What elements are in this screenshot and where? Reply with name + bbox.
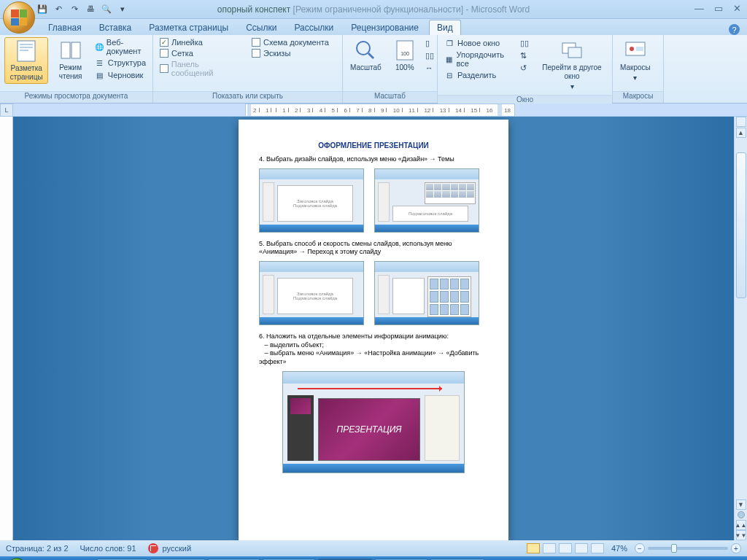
tab-view[interactable]: Вид [429,20,461,35]
view-outline-icon[interactable] [575,543,588,553]
magnifier-icon [354,39,377,62]
one-page-icon[interactable]: ▯ [425,39,434,48]
macros-icon [624,39,647,62]
svg-rect-8 [397,41,413,60]
switch-window-icon [560,39,584,62]
check-ruler[interactable]: ✓Линейка [158,37,244,47]
check-thumbs[interactable]: Эскизы [249,48,331,58]
quick-access-toolbar: 💾 ↶ ↷ 🖶 🔍 ▾ [36,3,128,15]
start-button[interactable] [3,556,31,560]
two-page-icon[interactable]: ▯▯ [425,51,434,61]
svg-line-7 [368,53,374,58]
ribbon-tabs: Главная Вставка Разметка страницы Ссылки… [0,19,747,35]
redo-icon[interactable]: ↷ [69,3,80,15]
preview-icon[interactable]: 🔍 [101,3,112,15]
globe-icon: 🌐 [95,42,104,52]
arrange-icon: ▦ [444,54,454,64]
document-page[interactable]: ОФОРМЛЕНИЕ ПРЕЗЕНТАЦИИ 4. Выбрать дизайн… [239,120,508,540]
zoom-out-icon[interactable]: − [635,543,645,553]
status-lang[interactable]: русский [148,543,191,553]
doc-step-6: 6. Наложить на отдельные элементы информ… [259,332,488,367]
split-window[interactable]: ⊟Разделить [442,69,514,81]
reset-pos-icon[interactable]: ↺ [520,63,530,73]
doc-step-5: 5. Выбрать способ и скорость смены слайд… [259,240,488,257]
view-print-layout[interactable]: Разметка страницы [4,37,48,84]
macros-button[interactable]: Макросы▾ [617,37,654,84]
view-web[interactable]: 🌐Веб-документ [93,37,148,56]
qat-more-icon[interactable]: ▾ [117,3,128,15]
save-icon[interactable]: 💾 [36,3,48,15]
view-draft[interactable]: ▤Черновик [93,69,148,81]
split-icon: ⊟ [444,70,454,80]
tab-review[interactable]: Рецензирование [344,20,426,35]
svg-text:100: 100 [400,51,409,56]
close-icon[interactable]: ✕ [733,3,741,14]
document-area: ОФОРМЛЕНИЕ ПРЕЗЕНТАЦИИ 4. Выбрать дизайн… [0,117,747,540]
svg-rect-11 [568,47,581,58]
scroll-thumb[interactable] [736,152,746,298]
checkbox-icon [252,38,260,47]
page-width-icon[interactable]: ↔ [425,63,434,72]
check-docmap[interactable]: Схема документа [249,37,331,47]
zoom-button[interactable]: Масштаб [347,37,384,74]
tab-home[interactable]: Главная [41,20,89,35]
browse-object-icon[interactable] [738,511,745,518]
proofing-icon [148,543,158,553]
status-words[interactable]: Число слов: 91 [80,544,136,553]
svg-point-13 [630,47,634,51]
prev-page-icon[interactable]: ▲▲ [736,520,746,530]
screenshot-thumb: Заголовок слайдаПодзаголовок слайда [259,168,364,233]
view-reading[interactable]: Режим чтения [54,37,86,82]
side-by-side-icon[interactable]: ▯▯ [520,39,530,48]
tab-insert[interactable]: Вставка [92,20,139,35]
scroll-up-icon[interactable]: ▲ [736,128,746,138]
ruler-corner[interactable]: L [0,104,13,117]
view-read-icon[interactable] [543,543,556,553]
svg-rect-2 [20,47,33,48]
tab-layout[interactable]: Разметка страницы [142,20,236,35]
checkbox-icon [160,64,169,73]
group-views-label: Режимы просмотра документа [0,91,152,103]
checkbox-checked-icon: ✓ [160,38,169,47]
screenshot-thumb [374,261,479,325]
view-draft-icon[interactable] [591,543,604,553]
new-window-icon: ❐ [444,38,454,48]
office-button[interactable] [3,1,35,34]
outline-icon: ☰ [95,58,105,68]
ruler-bar: L 21 12345678910111213141516 18 [0,104,747,117]
view-web-icon[interactable] [559,543,572,553]
vertical-ruler[interactable] [0,117,13,540]
doc-heading: ОФОРМЛЕНИЕ ПРЕЗЕНТАЦИИ [259,141,488,149]
switch-windows[interactable]: Перейти в другое окно▾ [536,37,608,93]
next-page-icon[interactable]: ▼▼ [736,530,746,540]
zoom-100-button[interactable]: 100 100% [390,37,419,74]
maximize-icon[interactable]: ▭ [714,3,723,14]
taskbar: 🔊 💬 📁 » на ко...Презе...Прим...откр.у...… [0,556,747,560]
sync-scroll-icon[interactable]: ⇅ [520,51,530,61]
group-show-label: Показать или скрыть [153,91,342,103]
arrange-all[interactable]: ▦Упорядочить все [442,50,514,69]
minimize-icon[interactable]: — [694,3,704,14]
check-grid[interactable]: Сетка [158,48,244,58]
checkbox-icon [160,49,169,58]
print-icon[interactable]: 🖶 [85,3,96,15]
new-window[interactable]: ❐Новое окно [442,37,514,49]
status-page[interactable]: Страница: 2 из 2 [6,544,69,553]
svg-rect-5 [71,42,80,58]
page-100-icon: 100 [393,39,417,62]
horizontal-ruler[interactable]: 21 12345678910111213141516 18 [245,104,515,117]
view-print-icon[interactable] [527,543,540,553]
zoom-level[interactable]: 47% [611,544,627,553]
zoom-in-icon[interactable]: + [731,543,741,553]
tab-mailings[interactable]: Рассылки [287,20,341,35]
help-icon[interactable]: ? [729,24,740,35]
vertical-scrollbar[interactable]: ▲ ▼ ▲▲ ▼▼ [734,117,747,540]
scroll-down-icon[interactable]: ▼ [736,499,746,510]
undo-icon[interactable]: ↶ [53,3,64,15]
view-outline[interactable]: ☰Структура [93,57,148,69]
doc-step-4: 4. Выбрать дизайн слайдов, используя мен… [259,155,488,164]
zoom-slider[interactable] [648,547,728,550]
screenshot-large: ПРЕЗЕНТАЦИЯ [282,371,465,473]
tab-references[interactable]: Ссылки [239,20,284,35]
group-zoom-label: Масштаб [343,91,437,103]
